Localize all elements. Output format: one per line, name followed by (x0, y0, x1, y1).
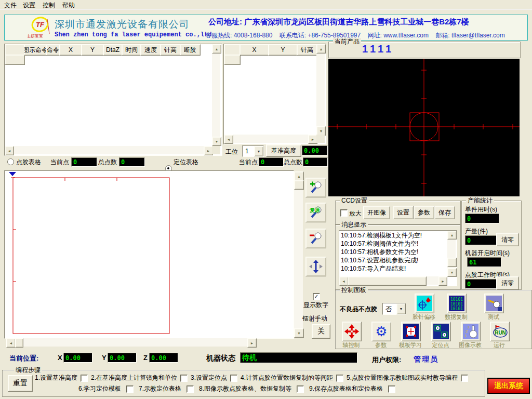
zoom-out-button[interactable] (305, 229, 326, 248)
step-8-checkbox[interactable] (297, 385, 304, 393)
dispense-scroll-left[interactable]: ◄ (5, 146, 14, 155)
message-line: 10:10:57:导入产品结束! (341, 264, 422, 273)
dispense-col-dtaz[interactable]: DtaZ (103, 44, 123, 56)
show-numbers-label: 显示数字 (303, 301, 328, 310)
dispense-col-cmd[interactable]: 命令 (46, 44, 60, 56)
header-band: TF 主妍宝宝 深圳市通发激光设备有限公司 Shen zhen tong fa … (4, 15, 528, 41)
position-col-needle[interactable]: 针高 (297, 44, 317, 56)
needle-offset-label: 胶针偏移 (408, 313, 440, 321)
unit-time-value: 0 (465, 214, 499, 223)
position-scroll-left[interactable]: ◄ (224, 135, 233, 144)
dispense-scroll-up[interactable]: ▲ (212, 44, 221, 54)
y-label: Y (102, 354, 107, 362)
step-5-checkbox[interactable] (461, 375, 468, 382)
step-6-checkbox[interactable] (126, 385, 134, 393)
position-hscroll (224, 135, 316, 143)
position-total-value: 0 (303, 157, 328, 167)
station-select[interactable]: 1 ▼ (242, 145, 264, 157)
message-scroll-up[interactable]: ▲ (447, 231, 457, 240)
position-scroll-up[interactable]: ▲ (316, 44, 326, 54)
position-current-label: 当前点 (239, 158, 258, 167)
position-col-x[interactable]: X (240, 44, 269, 56)
x-position-value: 0.00 (63, 353, 92, 363)
ccd-params-button[interactable]: 参数 (414, 206, 434, 219)
laser-switch-button[interactable]: 关 (312, 324, 330, 339)
message-scroll-left[interactable]: ◄ (339, 276, 348, 286)
run-button[interactable]: RUN (490, 322, 510, 341)
dispense-scroll-down[interactable]: ▼ (212, 137, 221, 146)
output-clear-button[interactable]: 清零 (496, 233, 519, 246)
dispense-col-needle[interactable]: 针高 (160, 44, 181, 56)
canvas-scroll-up[interactable]: ▲ (294, 171, 304, 181)
image-teach-button[interactable]: 3 2 1 (461, 322, 481, 341)
axis-control-button[interactable] (342, 322, 362, 341)
axis-control-icon (344, 324, 360, 339)
email[interactable]: 邮箱: tflaser@tflaser.com (435, 32, 505, 39)
message-scroll-down[interactable]: ▼ (447, 268, 457, 277)
base-height-button[interactable]: 基准高度 (266, 144, 301, 157)
template-learn-button[interactable] (401, 322, 421, 341)
current-product-title: 当前产品 (333, 38, 361, 45)
dispense-col-speed[interactable]: 速度 (140, 44, 161, 56)
dispense-col-time[interactable]: 时间 (122, 44, 141, 56)
message-listbox[interactable]: 10:10:57:检测模板1文件为空! 10:10:57:检测阈值文件为空! 1… (339, 230, 457, 286)
position-col-rowhdr[interactable] (224, 44, 241, 56)
message-line: 10:10:57:设置相机参数完成! (341, 256, 422, 264)
current-product-value: 1111 (362, 43, 394, 55)
needle-offset-button[interactable] (415, 294, 434, 313)
y-position-value: 0.00 (108, 353, 137, 363)
ccd-save-button[interactable]: 保存 (434, 206, 455, 219)
locate-point-button[interactable] (431, 322, 451, 341)
step-7-checkbox[interactable] (187, 385, 194, 393)
canvas-scroll-right[interactable]: ► (247, 338, 257, 348)
dispense-col-x[interactable]: X (59, 44, 82, 56)
canvas-hscroll-thumb[interactable] (15, 338, 23, 348)
data-copy-button[interactable]: 10101 10101 10101 (447, 294, 467, 313)
message-hscroll-thumb[interactable] (348, 276, 427, 286)
step-1-checkbox[interactable] (81, 375, 88, 382)
step-2: 2.在基准高度上计算镜角和单位 (91, 374, 177, 382)
dispense-table-radio[interactable] (7, 158, 14, 165)
dispense-col-y[interactable]: Y (81, 44, 104, 56)
dispense-col-break[interactable]: 断胶 (180, 44, 201, 56)
show-numbers-checkbox[interactable]: ✓ (313, 293, 320, 300)
ccd-settings-button[interactable]: 设置 (393, 206, 414, 219)
zoom-restore-button[interactable]: 复原 (305, 203, 326, 222)
step-4-checkbox[interactable] (336, 375, 343, 382)
dispense-current-label: 当前点 (50, 158, 69, 167)
step-3-checkbox[interactable] (230, 375, 237, 382)
station-value: 1 (245, 148, 249, 155)
current-product-group: 当前产品 1111 (328, 42, 521, 58)
test-button[interactable] (484, 294, 504, 313)
locate-point-icon (433, 324, 449, 339)
output-label: 产量(件) (465, 227, 488, 236)
message-scroll-right[interactable]: ► (438, 276, 447, 286)
ccd-zoom-checkbox[interactable] (340, 209, 348, 217)
position-col-y[interactable]: Y (268, 44, 298, 56)
pan-button[interactable] (305, 257, 326, 276)
step-2-checkbox[interactable] (180, 375, 188, 382)
dispense-col-icon-cmd[interactable]: 图示命令 (24, 44, 47, 56)
station-label: 工位 (225, 148, 238, 156)
params-button[interactable]: ⚙ (371, 322, 391, 341)
message-vscroll-thumb[interactable] (447, 258, 457, 267)
ng-select[interactable]: 否 ▼ (382, 303, 406, 315)
dispense-col-rowhdr[interactable] (5, 44, 25, 56)
drawing-canvas[interactable] (4, 170, 294, 339)
worktime-clear-button[interactable]: 清零 (496, 276, 519, 290)
canvas-scroll-left[interactable]: ◄ (6, 338, 16, 348)
company-name-en: Shen zhen tong fa laser equipement co.,l… (55, 31, 211, 38)
step-9-checkbox[interactable] (388, 385, 395, 393)
station-select-arrow[interactable]: ▼ (254, 146, 263, 156)
locate-point-label: 定位点 (425, 341, 456, 349)
website[interactable]: 网址: www.tflaser.com (368, 32, 429, 39)
ng-select-arrow[interactable]: ▼ (396, 303, 406, 314)
canvas-scroll-down[interactable]: ▼ (294, 328, 304, 338)
zoom-in-button[interactable] (305, 178, 326, 197)
ccd-open-image-button[interactable]: 开图像 (363, 206, 390, 219)
position-radio-label: 定位表格 (174, 158, 198, 167)
canvas-vscroll-thumb[interactable] (294, 180, 304, 190)
step-3: 3.设置定位点 (191, 374, 227, 382)
reset-button[interactable]: 重置 (8, 375, 33, 392)
exit-system-button[interactable]: 退出系统 (487, 378, 530, 394)
